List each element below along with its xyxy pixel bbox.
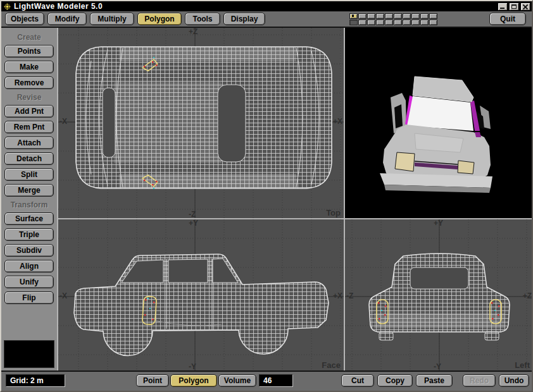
close-icon [521, 3, 530, 10]
layer-button-3-fg[interactable] [367, 13, 375, 19]
layer-button-7-bg[interactable] [403, 20, 411, 25]
layer-bank [349, 13, 437, 25]
axis-label: -Y [434, 363, 441, 371]
copy-button[interactable]: Copy [377, 374, 413, 387]
viewport-face[interactable]: +Y -Y -X +X Face [58, 219, 344, 371]
menu-multiply[interactable]: Multiply [90, 13, 134, 25]
selection-count-readout: 46 [259, 374, 293, 387]
cut-button[interactable]: Cut [341, 374, 374, 387]
merge-button[interactable]: Merge [4, 184, 54, 197]
layer-button-8-bg[interactable] [411, 20, 420, 25]
minimize-icon [500, 8, 505, 9]
layer-button-6-bg[interactable] [394, 20, 402, 25]
viewport-perspective[interactable] [345, 28, 533, 218]
layer-button-5-bg[interactable] [385, 20, 393, 25]
flip-button[interactable]: Flip [4, 291, 54, 304]
layer-button-10-bg[interactable] [429, 20, 437, 25]
selection-mode-group: Point Polygon Volume [136, 374, 258, 387]
make-button[interactable]: Make [4, 61, 54, 73]
viewport-divider-horizontal[interactable] [58, 218, 533, 219]
align-button[interactable]: Align [4, 260, 54, 273]
attach-button[interactable]: Attach [4, 137, 54, 149]
paste-button[interactable]: Paste [416, 374, 453, 387]
section-header-revise: Revise [17, 93, 42, 102]
layer-button-4-fg[interactable] [376, 13, 384, 19]
viewport-top[interactable]: +Z -Z -X +X Top [58, 28, 344, 218]
viewport-name: Face [322, 360, 341, 370]
viewport-left[interactable]: +Y -Y -Z +Z Left [345, 219, 533, 371]
layer-button-6-fg[interactable] [394, 13, 402, 19]
axis-label: +Y [189, 219, 198, 227]
viewport-name: Left [515, 360, 530, 370]
axis-label: +Y [434, 219, 443, 227]
axis-label: -Z [346, 292, 353, 300]
app-window: LightWave Modeler 5.0 Objects Modify Mul… [0, 0, 533, 392]
section-header-transform: Transform [11, 200, 48, 209]
layer-button-1-fg[interactable] [349, 13, 358, 19]
unify-button[interactable]: Unify [4, 276, 54, 288]
surface-button[interactable]: Surface [4, 212, 54, 225]
layer-button-9-bg[interactable] [420, 20, 429, 25]
menu-display[interactable]: Display [223, 13, 265, 25]
section-header-create: Create [17, 33, 41, 42]
quit-button[interactable]: Quit [489, 13, 526, 25]
menu-tools[interactable]: Tools [185, 13, 220, 25]
layer-button-2-bg[interactable] [358, 20, 367, 25]
axis-label: +Z [523, 292, 532, 300]
layer-button-2-fg[interactable] [358, 13, 367, 19]
menubar: Objects Modify Multiply Polygon Tools Di… [1, 11, 532, 28]
tool-sidebar: Create Points Make Remove Revise Add Pnt… [1, 28, 57, 371]
points-button[interactable]: Points [4, 45, 54, 58]
menu-polygon[interactable]: Polygon [137, 13, 182, 25]
titlebar: LightWave Modeler 5.0 [1, 1, 532, 11]
polygon-mode-button[interactable]: Polygon [170, 374, 217, 387]
undo-button[interactable]: Undo [499, 374, 529, 387]
lightwave-swirl-icon [4, 3, 11, 10]
layer-button-8-fg[interactable] [411, 13, 420, 19]
close-button[interactable] [520, 3, 530, 11]
edit-actions-group: Cut Copy Paste Redo Undo [338, 374, 529, 387]
layer-button-4-bg[interactable] [376, 20, 384, 25]
menu-modify[interactable]: Modify [47, 13, 87, 25]
axis-label: +X [333, 292, 342, 300]
layer-button-5-fg[interactable] [385, 13, 393, 19]
axis-label: +Z [189, 28, 198, 35]
layer-button-3-bg[interactable] [367, 20, 375, 25]
viewport-area: +Z -Z -X +X Top [57, 28, 532, 371]
grid-size-readout: Grid: 2 m [6, 374, 65, 387]
axis-label: -Z [189, 211, 196, 218]
layer-button-9-fg[interactable] [420, 13, 429, 19]
axis-label: +X [333, 118, 342, 125]
menu-objects[interactable]: Objects [5, 13, 44, 25]
preview-box [4, 340, 54, 368]
subdiv-button[interactable]: Subdiv [4, 244, 54, 257]
layer-button-7-fg[interactable] [403, 13, 411, 19]
minimize-button[interactable] [498, 3, 508, 11]
viewport-divider-vertical[interactable] [344, 28, 345, 371]
volume-mode-button[interactable]: Volume [218, 374, 256, 387]
detach-button[interactable]: Detach [4, 152, 54, 165]
redo-button[interactable]: Redo [463, 374, 496, 387]
window-title: LightWave Modeler 5.0 [14, 2, 496, 11]
statusbar: Grid: 2 m Point Polygon Volume 46 Cut Co… [1, 371, 532, 389]
layer-button-1-bg[interactable] [349, 20, 358, 25]
rem-pnt-button[interactable]: Rem Pnt [4, 121, 54, 133]
maximize-button[interactable] [509, 3, 519, 11]
axis-label: -X [60, 118, 67, 125]
layer-button-10-fg[interactable] [429, 13, 437, 19]
split-button[interactable]: Split [4, 168, 54, 181]
triple-button[interactable]: Triple [4, 228, 54, 241]
remove-button[interactable]: Remove [4, 77, 54, 89]
axis-label: -Y [189, 363, 196, 371]
axis-label: -X [60, 292, 67, 300]
viewport-name: Top [326, 208, 341, 217]
restore-icon [511, 4, 517, 9]
shaded-car-render [380, 77, 492, 193]
point-mode-button[interactable]: Point [136, 374, 169, 387]
add-pnt-button[interactable]: Add Pnt [4, 105, 54, 118]
